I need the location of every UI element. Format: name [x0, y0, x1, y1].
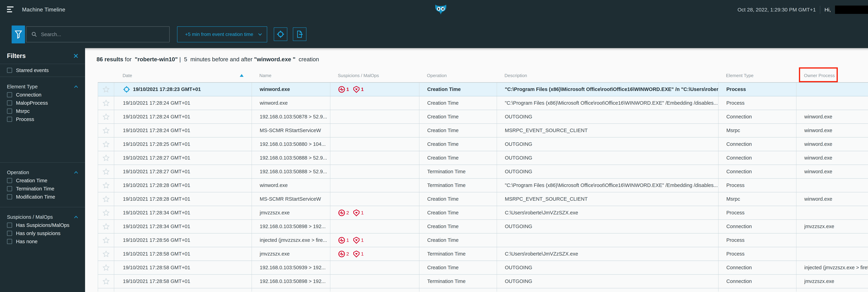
chevron-up-icon[interactable] [73, 170, 79, 174]
operation-cell: Creation Time [420, 151, 497, 165]
filter-sections: Element Type Connection MalopProcess Msr… [0, 77, 85, 252]
column-header-description[interactable]: Description [497, 73, 718, 78]
filter-checkbox-item[interactable]: Termination Time [0, 185, 85, 192]
table-row[interactable]: 19/10/2021 17:28:23 GMT+01 winword.exe 1… [98, 83, 868, 96]
column-header-suspicions[interactable]: Suspicions / MalOps [330, 73, 419, 78]
column-header-owner-process[interactable]: Owner Process [796, 73, 868, 78]
star-cell[interactable] [98, 137, 114, 151]
star-icon[interactable] [102, 209, 110, 217]
star-cell[interactable] [98, 83, 114, 96]
star-icon[interactable] [102, 264, 110, 272]
table-row[interactable]: 19/10/2021 17:28:28 GMT+01 MS-SCMR RStar… [98, 192, 868, 206]
star-icon[interactable] [102, 195, 110, 203]
search-input[interactable] [41, 31, 169, 37]
star-icon[interactable] [102, 182, 110, 189]
timeline-table: Date Name Suspicions / MalOps Operation … [98, 69, 868, 292]
filter-checkbox-item[interactable]: Process [0, 116, 85, 123]
checkbox[interactable] [7, 194, 12, 199]
filter-checkbox-item[interactable]: Modification Time [0, 193, 85, 200]
filter-item-label: Has Suspicions/MalOps [16, 222, 69, 228]
starred-events-filter[interactable]: Starred events [0, 64, 85, 77]
process-name: "winword.exe " [254, 56, 296, 63]
table-row[interactable]: 19/10/2021 17:28:58 GMT+01 192.168.0.103… [98, 274, 868, 288]
owner-process-cell: winword.exe [797, 110, 868, 123]
checkbox[interactable] [7, 178, 12, 183]
checkbox[interactable] [7, 223, 12, 228]
star-cell[interactable] [98, 274, 114, 288]
filter-section-header[interactable]: Suspicions / MalOps [0, 214, 85, 221]
star-cell[interactable] [98, 220, 114, 233]
star-icon[interactable] [102, 236, 110, 244]
star-icon[interactable] [102, 99, 110, 107]
star-cell[interactable] [98, 124, 114, 137]
star-icon[interactable] [102, 278, 110, 285]
star-cell[interactable] [98, 247, 114, 261]
filter-checkbox-item[interactable]: Connection [0, 91, 85, 98]
table-row[interactable]: 19/10/2021 17:28:58 GMT+01 jmvzzszx.exe … [98, 247, 868, 261]
time-range-dropdown[interactable]: +5 min from event creation time [177, 26, 267, 42]
table-row[interactable]: 19/10/2021 17:28:28 GMT+01 winword.exe T… [98, 179, 868, 192]
chevron-up-icon[interactable] [73, 215, 79, 219]
star-cell[interactable] [98, 110, 114, 123]
column-header-date[interactable]: Date [114, 73, 252, 78]
element-type-cell: Connection [718, 274, 797, 288]
sort-ascending-icon[interactable] [240, 74, 244, 77]
star-icon[interactable] [102, 127, 110, 134]
checkbox[interactable] [7, 100, 12, 105]
table-row[interactable]: 19/10/2021 17:28:24 GMT+01 192.168.0.103… [98, 110, 868, 124]
star-icon[interactable] [102, 113, 110, 121]
filter-checkbox-item[interactable]: MalopProcess [0, 99, 85, 106]
user-greeting: Hi, [825, 7, 831, 13]
star-cell[interactable] [98, 192, 114, 206]
star-icon[interactable] [102, 86, 110, 93]
star-cell[interactable] [98, 96, 114, 110]
table-row[interactable]: 19/10/2021 17:28:34 GMT+01 jmvzzszx.exe … [98, 206, 868, 220]
checkbox[interactable] [7, 239, 12, 244]
owner-process-cell: winword.exe [797, 165, 868, 178]
owner-process-cell: winword.exe [797, 124, 868, 137]
name-cell: winword.exe [252, 83, 330, 96]
star-cell[interactable] [98, 179, 114, 192]
locate-event-button[interactable] [274, 27, 287, 41]
export-button[interactable] [293, 27, 306, 41]
star-icon[interactable] [102, 223, 110, 231]
column-header-operation[interactable]: Operation [419, 73, 497, 78]
checkbox[interactable] [7, 68, 12, 73]
table-row[interactable]: 19/10/2021 17:28:25 GMT+01 192.168.0.103… [98, 137, 868, 151]
star-icon[interactable] [102, 154, 110, 162]
star-cell[interactable] [98, 165, 114, 178]
table-row[interactable]: 19/10/2021 17:28:27 GMT+01 192.168.0.103… [98, 151, 868, 165]
checkbox[interactable] [7, 117, 12, 122]
checkbox[interactable] [7, 231, 12, 236]
column-header-name[interactable]: Name [252, 73, 330, 78]
filter-checkbox-item[interactable]: Has Suspicions/MalOps [0, 222, 85, 229]
table-row[interactable]: 19/10/2021 17:28:24 GMT+01 MS-SCMR RStar… [98, 124, 868, 137]
filter-checkbox-item[interactable]: Creation Time [0, 177, 85, 184]
table-row[interactable]: 19/10/2021 17:28:27 GMT+01 192.168.0.103… [98, 165, 868, 179]
star-cell[interactable] [98, 206, 114, 220]
filter-checkbox-item[interactable]: Has none [0, 238, 85, 245]
table-row[interactable]: 19/10/2021 17:28:58 GMT+01 192.168.0.103… [98, 261, 868, 274]
star-icon[interactable] [102, 168, 110, 176]
filter-section-header[interactable]: Operation [0, 169, 85, 176]
checkbox[interactable] [7, 108, 12, 114]
table-row[interactable]: 19/10/2021 17:28:34 GMT+01 192.168.0.103… [98, 220, 868, 233]
filter-checkbox-item[interactable]: Msrpc [0, 108, 85, 115]
filter-section-header[interactable]: Element Type [0, 83, 85, 90]
chevron-up-icon[interactable] [73, 85, 79, 89]
star-cell[interactable] [98, 261, 114, 274]
column-header-element-type[interactable]: Element Type [718, 73, 796, 78]
hamburger-menu-icon[interactable] [7, 6, 14, 13]
star-cell[interactable] [98, 233, 114, 247]
table-row[interactable]: 19/10/2021 17:28:24 GMT+01 winword.exe C… [98, 96, 868, 110]
star-icon[interactable] [102, 250, 110, 258]
date-cell: 19/10/2021 17:28:28 GMT+01 [114, 192, 252, 206]
star-cell[interactable] [98, 151, 114, 165]
filter-checkbox-item[interactable]: Has only suspicions [0, 230, 85, 237]
star-icon[interactable] [102, 140, 110, 148]
filter-toggle-button[interactable] [12, 26, 25, 43]
close-icon[interactable] [73, 53, 79, 59]
checkbox[interactable] [7, 92, 12, 97]
table-row[interactable]: 19/10/2021 17:28:56 GMT+01 injected (jmv… [98, 233, 868, 247]
checkbox[interactable] [7, 186, 12, 191]
